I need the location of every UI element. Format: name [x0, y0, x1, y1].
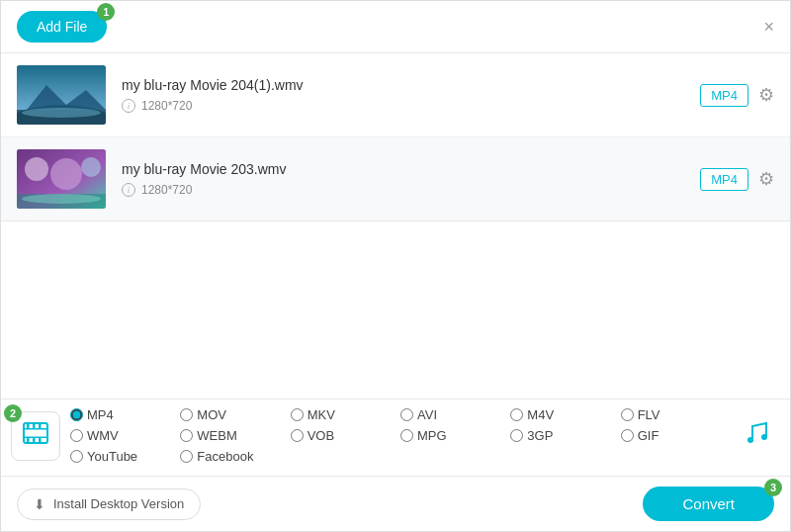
convert-button[interactable]: Convert — [643, 487, 774, 521]
format-option-mp4[interactable]: MP4 — [70, 407, 180, 422]
settings-icon-2[interactable]: ⚙ — [758, 168, 774, 190]
file-info-1: my blu-ray Movie 204(1).wmv i 1280*720 — [106, 77, 700, 113]
add-file-label: Add File — [37, 19, 87, 35]
file-name-2: my blu-ray Movie 203.wmv — [122, 161, 684, 177]
file-info-2: my blu-ray Movie 203.wmv i 1280*720 — [106, 161, 700, 197]
svg-point-21 — [761, 434, 767, 440]
file-resolution-2: 1280*720 — [141, 183, 192, 197]
music-note-icon — [741, 418, 770, 454]
format-option-mkv[interactable]: MKV — [291, 407, 400, 422]
format-option-avi[interactable]: AVI — [400, 407, 510, 422]
info-icon-1: i — [122, 99, 135, 113]
format-option-gif[interactable]: GIF — [621, 428, 731, 443]
format-option-vob[interactable]: VOB — [291, 428, 400, 443]
close-button[interactable]: × — [763, 17, 774, 38]
info-icon-2: i — [122, 183, 135, 197]
install-label: Install Desktop Version — [53, 496, 184, 511]
file-thumbnail-1 — [17, 65, 106, 125]
badge-3: 3 — [764, 479, 782, 496]
format-option-webm[interactable]: WEBM — [180, 428, 290, 443]
footer: ⬇ Install Desktop Version 3 Convert — [1, 476, 790, 531]
svg-point-4 — [22, 108, 101, 118]
badge-2: 2 — [4, 404, 22, 422]
file-actions-2: MP4 ⚙ — [700, 168, 774, 191]
svg-rect-12 — [24, 428, 47, 430]
settings-icon-1[interactable]: ⚙ — [758, 84, 774, 106]
format-option-facebook[interactable]: Facebook — [180, 449, 290, 464]
file-actions-1: MP4 ⚙ — [700, 84, 774, 107]
svg-rect-15 — [33, 423, 36, 428]
file-item-1: my blu-ray Movie 204(1).wmv i 1280*720 M… — [1, 53, 790, 137]
file-resolution-1: 1280*720 — [141, 99, 192, 113]
svg-point-20 — [747, 437, 753, 443]
file-list: my blu-ray Movie 204(1).wmv i 1280*720 M… — [1, 53, 790, 222]
format-option-mov[interactable]: MOV — [180, 407, 290, 422]
svg-rect-19 — [39, 437, 42, 442]
format-bar: 2 MP4 MOV MKV — [1, 399, 790, 472]
file-name-1: my blu-ray Movie 204(1).wmv — [122, 77, 684, 93]
format-badge-1[interactable]: MP4 — [700, 84, 748, 107]
video-format-icon-button[interactable]: 2 — [11, 411, 60, 461]
svg-point-8 — [81, 157, 101, 177]
download-icon: ⬇ — [34, 496, 45, 512]
format-option-youtube[interactable]: YouTube — [70, 449, 180, 464]
svg-point-10 — [22, 194, 101, 204]
format-option-flv[interactable]: FLV — [621, 407, 731, 422]
film-icon — [22, 419, 49, 453]
svg-point-7 — [50, 158, 82, 190]
audio-format-button[interactable] — [731, 411, 780, 461]
format-options: MP4 MOV MKV AVI M4V FLV WMV WEBM — [70, 407, 731, 464]
format-option-mpg[interactable]: MPG — [400, 428, 510, 443]
header: Add File 1 × — [1, 1, 790, 53]
file-meta-1: i 1280*720 — [122, 99, 684, 113]
svg-rect-14 — [27, 423, 30, 428]
format-badge-2[interactable]: MP4 — [700, 168, 748, 191]
file-meta-2: i 1280*720 — [122, 183, 684, 197]
file-item-2: my blu-ray Movie 203.wmv i 1280*720 MP4 … — [1, 137, 790, 221]
format-option-m4v[interactable]: M4V — [510, 407, 620, 422]
svg-rect-17 — [27, 437, 30, 442]
convert-button-wrap: 3 Convert — [643, 487, 774, 521]
file-thumbnail-2 — [17, 149, 106, 209]
format-option-wmv[interactable]: WMV — [70, 428, 180, 443]
badge-1: 1 — [97, 3, 115, 21]
install-desktop-button[interactable]: ⬇ Install Desktop Version — [17, 488, 201, 520]
format-option-3gp[interactable]: 3GP — [510, 428, 620, 443]
close-icon: × — [763, 17, 774, 37]
svg-point-6 — [25, 157, 48, 181]
svg-rect-18 — [33, 437, 36, 442]
add-file-button[interactable]: Add File 1 — [17, 11, 107, 43]
svg-rect-16 — [39, 423, 42, 428]
